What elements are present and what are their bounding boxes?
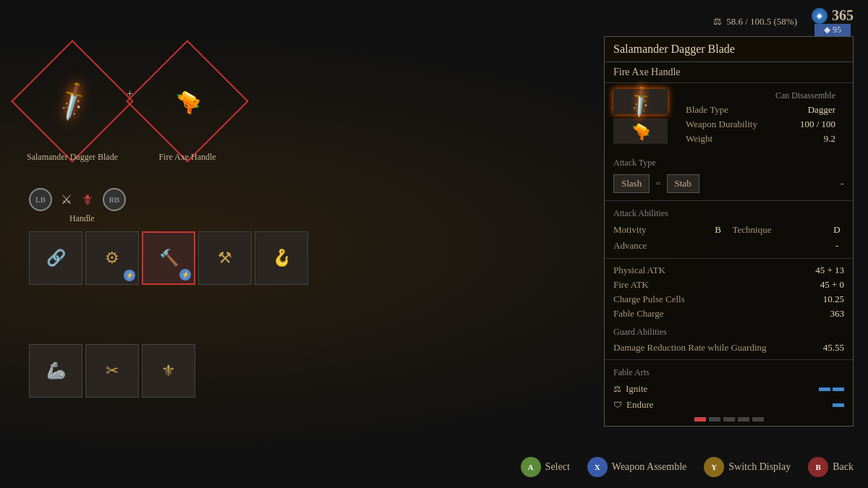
right-panel: Salamander Dagger Blade Fire Axe Handle …: [604, 36, 854, 427]
fable-charge-label: Fable Charge: [613, 308, 663, 320]
blade-weapon-icon: 🗡️: [51, 80, 94, 123]
weapon-mini-1: ⚔: [61, 192, 72, 207]
grid-item-7[interactable]: ✂: [85, 344, 139, 398]
durability-row: Weapon Durability 100 / 100: [677, 117, 844, 132]
hud-top: ⚖ 58.6 / 100.5 (58%) ◆ 365 ◆ 95: [713, 7, 854, 36]
ignite-row: ⚖ Ignite: [605, 381, 853, 397]
handle-preview-img: 🔫: [613, 119, 668, 144]
select-label: Select: [545, 461, 570, 473]
left-panel: 🗡️ Salamander Dagger Blade + 🔫 Fire Axe …: [29, 58, 318, 398]
charge-dot-5: [752, 417, 764, 421]
attack-abilities-header: Attack Abilities: [605, 205, 853, 222]
grid-item-3[interactable]: 🔨 ⚡: [142, 231, 195, 285]
grid-item-5[interactable]: 🪝: [255, 231, 308, 285]
charge-pulse-row: Charge Pulse Cells 10.25: [605, 292, 853, 307]
display-label: Switch Display: [728, 461, 791, 473]
grid-item-4[interactable]: ⚒: [198, 231, 252, 285]
attack-dash: -: [841, 177, 844, 190]
weight-value: 9.2: [824, 133, 835, 145]
weapon-grid-row2: 🦾 ✂ ⚜: [29, 344, 318, 398]
weapon-grid-row1: 🔗 ⚙ ⚡ 🔨 ⚡ ⚒ 🪝: [29, 231, 318, 341]
damage-reduction-value: 45.55: [823, 342, 844, 354]
ignite-bars: [819, 388, 844, 391]
back-btn[interactable]: B Back: [808, 457, 854, 477]
button-row: LB ⚔ 🗡 RB: [29, 188, 318, 211]
fable-arts-header: Fable Arts: [605, 364, 853, 381]
weight-value: 58.6 / 100.5 (58%): [726, 16, 797, 27]
blade-type-label: Blade Type: [686, 104, 728, 116]
fire-atk-label: Fire ATK: [613, 279, 649, 291]
btn-x-circle: X: [587, 457, 608, 477]
panel-title: Salamander Dagger Blade: [605, 37, 853, 62]
grid-icon-6: 🦾: [46, 361, 66, 380]
divider-1: [605, 200, 853, 201]
charge-dot-4: [738, 417, 749, 421]
assemble-label: Weapon Assemble: [612, 461, 686, 473]
handle-label-text: Fire Axe Handle: [158, 152, 216, 163]
attack-type-row: Slash = Stab -: [605, 171, 853, 196]
charge-dots-row: [605, 413, 853, 426]
btn-y-label: Y: [711, 463, 717, 471]
ergo-sub-icon: ◆: [824, 25, 830, 35]
grid-item-8[interactable]: ⚜: [142, 344, 195, 398]
damage-reduction-label: Damage Reduction Rate while Guarding: [613, 342, 767, 354]
btn-b-label: B: [816, 463, 821, 471]
fire-atk-row: Fire ATK 45 + 0: [605, 278, 853, 292]
handle-slot[interactable]: 🔫: [144, 58, 231, 145]
btn-b-circle: B: [808, 457, 828, 477]
grid-item-6[interactable]: 🦾: [29, 344, 82, 398]
divider-3: [605, 359, 853, 360]
charge-value: 10.25: [823, 294, 844, 305]
technique-label: Technique: [726, 224, 830, 236]
display-btn[interactable]: Y Switch Display: [704, 457, 791, 477]
fire-atk-value: 45 + 0: [820, 279, 844, 291]
ergo-sub-value: 95: [833, 25, 841, 35]
physical-atk-row: Physical ATK 45 + 13: [605, 263, 853, 278]
guard-abilities-header: Guard Abilities: [605, 324, 853, 341]
durability-label: Weapon Durability: [686, 119, 757, 130]
preview-stats-row: 🗡️ 🔫 Can Disassemble Blade Type Dagger W…: [605, 83, 853, 152]
lb-label: LB: [35, 195, 46, 204]
badge-2: ⚡: [124, 270, 135, 281]
rb-button[interactable]: RB: [103, 188, 126, 211]
assemble-btn[interactable]: X Weapon Assemble: [587, 457, 686, 477]
endure-name: Endure: [626, 399, 833, 411]
motivity-row: Motivity B Technique D: [605, 222, 853, 238]
charge-dot-3: [723, 417, 735, 421]
damage-reduction-row: Damage Reduction Rate while Guarding 45.…: [605, 341, 853, 355]
grid-icon-8: ⚜: [161, 361, 176, 380]
grid-icon-5: 🪝: [272, 249, 292, 267]
grid-icon-3: 🔨: [159, 249, 179, 267]
panel-subtitle: Fire Axe Handle: [605, 62, 853, 83]
select-btn[interactable]: A Select: [521, 457, 570, 477]
stab-box: Stab: [667, 174, 699, 193]
weapon-combo: 🗡️ Salamander Dagger Blade + 🔫 Fire Axe …: [29, 58, 318, 145]
ergo-icon: ◆: [812, 8, 827, 24]
ignite-icon: ⚖: [613, 384, 621, 395]
fable-charge-row: Fable Charge 363: [605, 307, 853, 321]
blade-slot: 🗡️: [29, 58, 116, 145]
back-label: Back: [833, 461, 854, 473]
charge-dot-1: [694, 417, 706, 421]
weight-row: Weight 9.2: [677, 132, 844, 146]
technique-grade: D: [830, 224, 844, 236]
grid-item-2[interactable]: ⚙ ⚡: [85, 231, 139, 285]
grid-item-1[interactable]: 🔗: [29, 231, 82, 285]
badge-3: ⚡: [179, 269, 191, 281]
attack-type-header: Attack Type: [605, 155, 853, 171]
endure-row: 🛡 Endure: [605, 397, 853, 413]
blade-type-row: Blade Type Dagger: [677, 103, 844, 117]
physical-atk-value: 45 + 13: [815, 265, 844, 276]
physical-atk-label: Physical ATK: [613, 265, 665, 276]
weapon-mini-2: 🗡: [81, 192, 94, 207]
ergo-display: ◆ 365 ◆ 95: [812, 7, 854, 36]
blade-preview-img: 🗡️: [613, 89, 668, 114]
weight-icon: ⚖: [713, 16, 722, 27]
bottom-bar: A Select X Weapon Assemble Y Switch Disp…: [521, 457, 854, 477]
grid-icon-4: ⚒: [218, 249, 232, 267]
ergo-sub: ◆ 95: [814, 24, 851, 36]
handle-weapon-icon: 🔫: [169, 84, 205, 119]
charge-dot-2: [709, 417, 720, 421]
lb-button[interactable]: LB: [29, 188, 52, 211]
handle-preview-icon: 🔫: [627, 118, 653, 144]
